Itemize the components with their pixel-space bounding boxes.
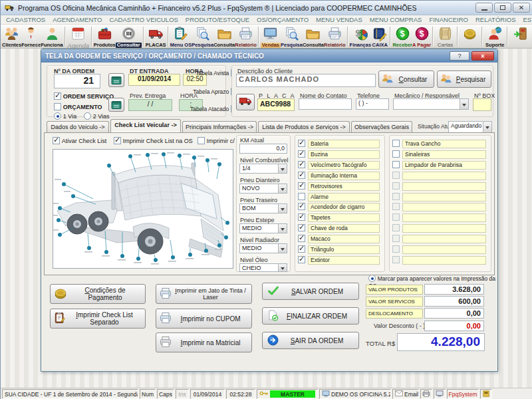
toolbar-funcionarios[interactable]: Funciona [41, 25, 63, 47]
imprimir-matricial-button[interactable]: Imprimir na Matricial [156, 332, 252, 352]
toolbar-placas[interactable]: PLACAS [146, 25, 166, 47]
checklist-checkbox[interactable] [392, 256, 400, 263]
menu-relatorios[interactable]: RELATÓRIOS [475, 16, 516, 23]
combustivel-combo[interactable]: 1/4 [239, 164, 287, 174]
checklist-checkbox[interactable] [392, 140, 400, 147]
consultar-cliente-button[interactable]: Consultar [378, 70, 434, 88]
checklist-field[interactable] [402, 245, 486, 254]
sair-ordem-button[interactable]: SAIR DA ORDEM [262, 332, 359, 349]
checklist-field[interactable]: Macaco [308, 235, 380, 243]
toolbar-pesquisa-os[interactable]: Pesquisa [192, 25, 213, 47]
checklist-field[interactable]: Iluminação Interna [308, 172, 380, 180]
orcamento-checkbox[interactable]: ORÇAMENTO [54, 103, 102, 110]
ordem-servico-checkbox[interactable]: ORDEM SERVIÇO [54, 92, 114, 100]
toolbar-consultar[interactable]: Consultar [116, 25, 142, 47]
minimize-icon[interactable] [475, 3, 493, 13]
toolbar-caixa[interactable]: CAIXA [371, 25, 388, 47]
toolbar-suporte[interactable]: Suporte [484, 25, 506, 47]
imprimir-checklist-os-checkbox[interactable]: Imprimir Check List na OS [114, 137, 193, 144]
toolbar-receber[interactable]: $Receber [392, 25, 412, 47]
checklist-checkbox[interactable] [392, 235, 400, 242]
date-picker-button[interactable] [108, 73, 124, 87]
checklist-checkbox[interactable] [298, 172, 305, 179]
placa-field[interactable]: ABC9988 [257, 98, 295, 111]
checklist-field[interactable]: Retrovisores [308, 182, 380, 191]
toolbar-agenda[interactable]: Agenda [67, 25, 90, 47]
vehicle-button[interactable] [236, 94, 255, 110]
menu-cadastro-veiculos[interactable]: CADASTRO VEICULOS [109, 16, 178, 23]
checklist-checkbox[interactable] [298, 203, 305, 210]
checklist-checkbox[interactable] [298, 256, 305, 263]
checklist-checkbox[interactable] [392, 182, 400, 190]
radio-1via[interactable]: 1 Via [54, 112, 76, 120]
imprimir-checklist-separado-button[interactable]: Imprimir Check List Separado [50, 309, 146, 329]
checklist-field[interactable]: Alarme [308, 193, 380, 201]
box-field[interactable] [473, 98, 491, 111]
checklist-checkbox[interactable] [392, 213, 400, 221]
checklist-field[interactable] [402, 203, 486, 211]
menu-financeiro[interactable]: FINANCEIRO [429, 16, 468, 23]
tab-dados-veiculo[interactable]: Dados do Veiculo -> [47, 121, 109, 132]
checklist-checkbox[interactable] [392, 203, 400, 210]
toolbar-produtos[interactable]: Produtos [94, 25, 116, 47]
telefone-field[interactable]: ( ) - [356, 98, 389, 110]
checklist-checkbox[interactable] [298, 161, 305, 168]
toolbar-vendas[interactable]: Vendas [261, 25, 281, 47]
checklist-field[interactable]: Extintor [308, 256, 380, 265]
checklist-field[interactable] [402, 235, 486, 243]
checklist-field[interactable] [402, 213, 486, 222]
tab-check-list[interactable]: Check List Veicular -> [110, 119, 181, 132]
toolbar-fornecedores[interactable]: Fornece [21, 25, 41, 47]
checklist-checkbox[interactable] [392, 224, 400, 231]
toolbar-moedas[interactable] [460, 25, 480, 47]
help-button[interactable]: ? [450, 51, 469, 61]
tab-observacoes[interactable]: Observações Gerais [351, 121, 412, 132]
toolbar-pesquisa-vendas[interactable]: Pesquisa [281, 25, 303, 47]
toolbar-financas[interactable]: $Finanças [350, 25, 372, 47]
radiador-combo[interactable]: MEDIO [239, 243, 287, 253]
checklist-field[interactable]: Bateria [308, 140, 380, 148]
menu-vendas[interactable]: MENU VENDAS [316, 16, 362, 23]
checklist-field[interactable]: Buzina [308, 150, 380, 159]
close-icon[interactable]: ✕ [513, 3, 530, 13]
descricao-cliente-field[interactable]: CARLOS MACHADO [236, 74, 376, 87]
menu-compras[interactable]: MENU COMPRAS [370, 16, 422, 23]
checklist-field[interactable]: Tapetes [308, 213, 380, 222]
checklist-checkbox[interactable] [392, 245, 400, 253]
pneu-estepe-combo[interactable]: MEDIO [239, 223, 287, 233]
order-number-field[interactable]: 21 [54, 74, 100, 88]
radio-2vias[interactable]: 2 Vias [84, 112, 110, 120]
toolbar-consulta-vendas[interactable]: Consulta [303, 25, 324, 47]
mecanico-combo[interactable] [393, 98, 469, 110]
checklist-field[interactable] [402, 193, 486, 201]
checklist-checkbox[interactable] [392, 172, 400, 179]
contato-field[interactable] [299, 98, 352, 110]
checklist-field[interactable] [402, 256, 486, 265]
toolbar-cartas[interactable]: Cartas [435, 25, 456, 47]
toolbar-sair[interactable] [509, 25, 531, 47]
situacao-combo[interactable]: Aguardando Aprovação [448, 121, 492, 133]
ativar-checklist-checkbox[interactable]: Ativar Check List [53, 137, 106, 144]
checklist-checkbox[interactable] [298, 235, 305, 242]
checklist-checkbox[interactable] [298, 245, 305, 253]
menu-estatistica[interactable]: ESTATISTICA [523, 16, 532, 23]
condicoes-pagamento-button[interactable]: Condições de Pagamento [50, 284, 146, 304]
checklist-field[interactable]: Acendedor de cigarro [308, 203, 380, 211]
finalizar-ordem-button[interactable]: FINALIZAR ORDEM [262, 307, 359, 325]
checklist-checkbox[interactable] [298, 224, 305, 231]
pneu-dianteiro-combo[interactable]: NOVO [239, 184, 287, 194]
toolbar-relatorio-os[interactable]: Relatório [235, 25, 257, 47]
menu-os-orcamento[interactable]: OS/ORÇAMENTO [257, 16, 309, 23]
checklist-checkbox[interactable] [298, 140, 305, 147]
toolbar-relatorio-vendas[interactable]: Relatório [324, 25, 346, 47]
checklist-checkbox[interactable] [298, 182, 305, 190]
checklist-checkbox[interactable] [392, 150, 400, 158]
tab-lista-produtos[interactable]: Lista de Produtos e Serviços -> [258, 121, 350, 132]
salvar-ordem-button[interactable]: SALVAR ORDEM [262, 283, 359, 300]
checklist-checkbox[interactable] [392, 193, 400, 200]
date-picker-button-2[interactable] [108, 98, 124, 112]
imprimir-jato-button[interactable]: Imprimir em Jato de Tinta / Laser [156, 284, 252, 304]
checklist-checkbox[interactable] [392, 161, 400, 168]
checklist-checkbox[interactable] [298, 150, 305, 158]
tabela-avista-row[interactable]: Tabela Avista [166, 69, 238, 76]
